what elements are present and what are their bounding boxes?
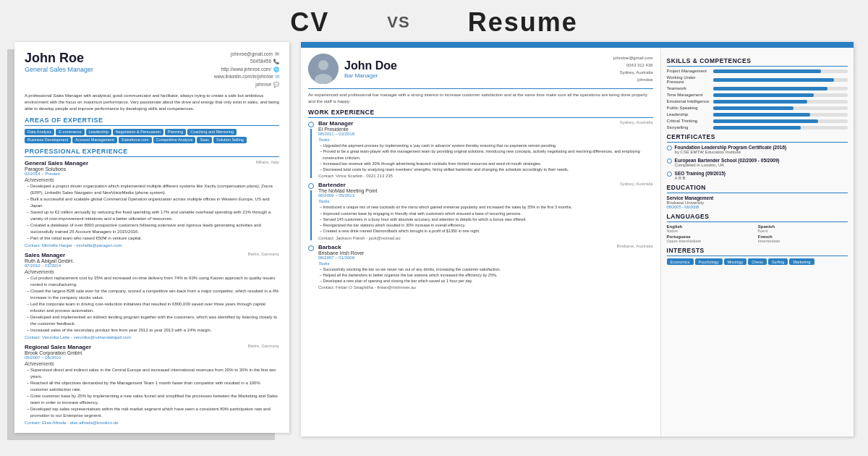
skill-bar-fill	[713, 93, 814, 97]
interest-tag: Mixology	[724, 258, 747, 265]
cv-bullet: – Closed the largest B2B sale ever for t…	[25, 288, 279, 301]
skill-bar-fill	[713, 69, 821, 73]
cv-contact-line: Contact: Michelle Harger - michelle@para…	[25, 243, 279, 248]
work-bullet: – Increased bar revenue with 20% through…	[318, 161, 653, 166]
cv-tag: Leadership	[86, 129, 111, 135]
resume-certs-title: CERTIFICATES	[667, 133, 848, 143]
skill-bar-bg	[713, 87, 848, 90]
work-bullet: – Developed a new plan of opening and cl…	[318, 278, 653, 284]
interest-tag: Economics	[667, 258, 694, 265]
interest-tag: Psychology	[695, 258, 723, 265]
resume-certs-list: Foundation Leadership Program Certificat…	[667, 145, 848, 180]
cert-dot	[667, 172, 672, 177]
skill-item: Project Management	[667, 69, 848, 73]
cert-title: European Bartender School (02/2009 - 05/…	[675, 158, 780, 163]
cv-website: http://www.johnroe.com/	[221, 66, 271, 73]
skill-item: Public Speaking	[667, 106, 848, 110]
work-contact: Contact: Jackson Parish - jack@nomad.au	[318, 236, 653, 240]
resume-title: Bar Manager	[344, 72, 608, 79]
resume-name-block: John Doe Bar Manager	[344, 59, 608, 79]
skill-bar-bg	[713, 126, 848, 130]
lang-level: fluent	[758, 229, 848, 233]
skill-bar-bg	[713, 69, 848, 73]
work-title: Barback	[318, 244, 341, 250]
cert-subtitle: A B B	[675, 176, 726, 180]
work-bullet: – Reorganized the bar stations which res…	[318, 222, 653, 228]
resume-interests-list: EconomicsPsychologyMixologyChessSurfingM…	[667, 258, 848, 265]
skill-bar-bg	[713, 113, 848, 117]
resume-work-entry: Brisbane, AustraliaBarback Brisbane Iris…	[308, 244, 653, 290]
work-content: Brisbane, AustraliaBarback Brisbane Iris…	[318, 244, 653, 290]
skill-bar-fill	[713, 106, 794, 110]
skill-bar-fill	[713, 78, 835, 82]
work-dot	[308, 122, 314, 127]
skill-name: Critical Thinking	[667, 119, 710, 123]
skill-name: Working Under Pressure	[667, 75, 710, 84]
resume-interests-title: INTERESTS	[667, 247, 848, 256]
skill-bar-fill	[713, 113, 810, 117]
work-bullet: – Introduced a unique mix of new cocktai…	[318, 204, 653, 210]
cv-bullet: – Cut product replacement cost by 35% an…	[25, 275, 279, 288]
cv-job-location: Milano, Italy	[256, 160, 279, 164]
cv-wrapper: John Roe General Sales Manager johnroe@g…	[14, 42, 289, 433]
work-line	[310, 129, 312, 178]
skill-bar-fill	[713, 126, 801, 130]
work-title: Bartender	[318, 182, 346, 188]
resume-work-entry: Sydney, AustraliaBartender The NoMad Mee…	[308, 182, 653, 240]
cv-tag: E-commerce	[56, 129, 84, 135]
work-bullet: – Proved to be a great team-player with …	[318, 148, 653, 161]
cv-bullet: – Saved up to €2 million annually by red…	[25, 209, 279, 222]
cv-bullet: – Part of the initial team who raised €5…	[25, 235, 279, 242]
work-bullet: – Upgraded the payment process by implem…	[318, 143, 653, 148]
cv-achievements-label: Achievements	[25, 177, 279, 182]
cert-subtitle: Completed in London, UK	[675, 163, 780, 167]
resume-name: John Doe	[344, 59, 608, 72]
cert-dot	[667, 159, 672, 164]
skill-name: Public Speaking	[667, 106, 710, 110]
resume-phone: 0043 312 436	[613, 62, 653, 69]
cv-job-dates: 05/2007 – 06/2010	[25, 355, 279, 360]
cv-email: johnroe@gmail.com	[231, 51, 273, 58]
skill-item: Critical Thinking	[667, 119, 848, 123]
skill-item: Storytelling	[667, 125, 848, 130]
skill-name: Leadership	[667, 112, 710, 117]
resume-skills-list: Project Management Working Under Pressur…	[667, 69, 848, 130]
work-location: Sydney, Australia	[620, 120, 653, 124]
cv-tag: Planning	[165, 129, 186, 135]
avatar-image	[308, 54, 339, 84]
cv-job-title: Sales Manager	[25, 252, 65, 258]
cv-bullet: – Reached all the objectives demanded by…	[25, 380, 279, 393]
work-company: The NoMad Meeting Point	[318, 188, 653, 193]
cv-tag: Business Development	[25, 137, 71, 143]
cv-job-company: Ruth & Abigail GmbH.	[25, 258, 279, 263]
lang-item: Portuguese Upper-Intermediate	[667, 235, 757, 243]
work-location: Brisbane, Australia	[617, 244, 653, 248]
skill-name: Project Management	[667, 69, 710, 73]
cv-label: CV	[290, 7, 329, 38]
skill-name: Storytelling	[667, 125, 710, 130]
cv-header: John Roe General Sales Manager johnroe@g…	[25, 51, 279, 88]
cv-expertise-title: AREAS OF EXPERTISE	[25, 117, 279, 126]
cert-title: SEO Training (09/2015)	[675, 171, 726, 176]
resume-edu-title: EDUCATION	[667, 184, 848, 193]
resume-jobs-list: Sydney, AustraliaBar Manager El Presiden…	[308, 120, 653, 290]
cert-dot	[667, 145, 672, 151]
work-bullet: – Improved customer base by engaging in …	[318, 211, 653, 216]
resume-langs-grid: English Native Spanish fluent Portuguese…	[667, 224, 848, 243]
cv-achievements-label: Achievements	[25, 269, 279, 274]
cv-experience-title: PROFESSIONAL EXPERIENCE	[25, 148, 279, 157]
lang-item: Spanish fluent	[758, 224, 848, 233]
skill-bar-bg	[713, 119, 848, 123]
resume-left-col: John Doe Bar Manager johndoe@gmail.com 0…	[301, 48, 660, 436]
work-contact: Contact: Fintan O Seaghdha - fintan@iris…	[318, 285, 653, 290]
avatar	[308, 54, 339, 84]
cv-jobs-list: Milano, ItalyGeneral Sales ManagerParago…	[25, 160, 279, 425]
cv-job-company: Paragon Solutions	[25, 166, 279, 172]
work-dates: 08/2011 – 02/2018	[318, 132, 653, 136]
cert-item: European Bartender School (02/2009 - 05/…	[667, 158, 848, 167]
cv-tag: Salesforce.com	[119, 137, 152, 143]
cv-bullet: – Developed and implemented an indirect …	[25, 314, 279, 327]
work-dot-col	[308, 244, 314, 290]
cv-job-company: Brook Corporation GmbH.	[25, 350, 279, 355]
cv-contact-info: johnroe@gmail.com ✉ 50458456 📞 http://ww…	[214, 51, 279, 88]
